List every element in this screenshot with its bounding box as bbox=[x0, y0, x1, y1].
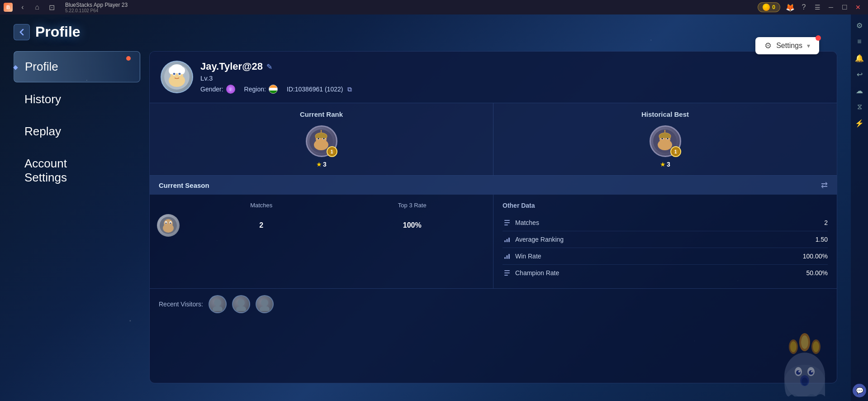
chat-icon[interactable]: 💬 bbox=[853, 384, 866, 397]
sidebar-item-history[interactable]: History bbox=[14, 84, 140, 115]
sidebar-profile-label: Profile bbox=[25, 60, 58, 73]
svg-rect-32 bbox=[504, 222, 510, 223]
svg-rect-41 bbox=[504, 272, 510, 273]
svg-point-58 bbox=[796, 370, 801, 375]
other-data-winrate-label: Win Rate bbox=[503, 252, 541, 261]
other-data-avgranking-label: Average Ranking bbox=[503, 235, 564, 244]
avgranking-icon bbox=[503, 235, 512, 244]
region-item: Region: bbox=[244, 85, 278, 94]
page-title: Profile bbox=[35, 24, 81, 40]
visitor-avatar-2[interactable] bbox=[232, 295, 250, 313]
user-header: Jay.Tyler@28 ✎ Lv.3 Gender: ♀ Region: bbox=[150, 52, 837, 103]
season-top3rate-value: 100% bbox=[339, 221, 486, 229]
layout: Profile History Replay AccountSettings bbox=[14, 51, 837, 383]
season-right: Other Data Matches bbox=[493, 195, 837, 288]
svg-point-52 bbox=[790, 341, 797, 352]
visitors-section: Recent Visitors: bbox=[150, 289, 837, 320]
restore-btn[interactable]: ☐ bbox=[838, 1, 851, 14]
sidebar-item-account-settings[interactable]: AccountSettings bbox=[14, 148, 140, 193]
visitor-avatar-3[interactable] bbox=[256, 295, 274, 313]
level-text: Lv.3 bbox=[200, 74, 826, 82]
svg-point-48 bbox=[260, 306, 270, 311]
user-meta: Gender: ♀ Region: ID:10386961 (1022) ⧉ bbox=[200, 85, 826, 94]
season-section: Current Season ⇄ Matches Top 3 Rate bbox=[150, 176, 837, 289]
main-content: Profile ⚙ Settings ▾ Profile History Rep… bbox=[0, 14, 851, 401]
other-data-champrate-label: Champion Rate bbox=[503, 268, 559, 277]
visitor-avatar-1[interactable] bbox=[209, 295, 227, 313]
coin-display: 0 bbox=[758, 2, 780, 12]
toolbar-icon-7[interactable]: ⚡ bbox=[852, 116, 867, 130]
current-rank-badge: 1 ★ 3 bbox=[159, 125, 484, 168]
current-rank-stars: ★ 3 bbox=[316, 161, 327, 168]
sidebar-replay-label: Replay bbox=[24, 124, 61, 138]
nav-home-btn[interactable]: ⌂ bbox=[31, 1, 43, 14]
svg-rect-40 bbox=[504, 270, 510, 271]
season-switch-icon[interactable]: ⇄ bbox=[821, 180, 828, 190]
username: Jay.Tyler@28 bbox=[200, 61, 263, 72]
toolbar-icon-2[interactable]: ≡ bbox=[852, 34, 867, 49]
avatar-image bbox=[163, 63, 190, 91]
other-data-avgranking-value: 1.50 bbox=[816, 236, 828, 243]
historical-best-badge: 1 ★ 3 bbox=[503, 125, 828, 168]
toolbar-icon-1[interactable]: ⚙ bbox=[852, 18, 867, 33]
svg-rect-37 bbox=[504, 257, 506, 259]
coin-amount: 0 bbox=[772, 4, 775, 10]
region-label: Region: bbox=[244, 86, 266, 93]
copy-id-button[interactable]: ⧉ bbox=[347, 86, 352, 93]
minimize-btn[interactable]: ─ bbox=[825, 1, 837, 14]
visitors-label: Recent Visitors: bbox=[159, 301, 203, 308]
user-id: ID:10386961 (1022) bbox=[287, 86, 343, 93]
svg-point-29 bbox=[166, 223, 167, 224]
window-controls: 🦊 ? ☰ ─ ☐ ✕ bbox=[784, 1, 864, 14]
app-logo: B bbox=[4, 3, 13, 12]
season-body: Matches Top 3 Rate bbox=[150, 195, 837, 288]
sidebar-account-label: AccountSettings bbox=[24, 157, 67, 184]
help-btn[interactable]: ? bbox=[797, 1, 810, 14]
edit-icon[interactable]: ✎ bbox=[266, 62, 272, 71]
sidebar-item-replay[interactable]: Replay bbox=[14, 116, 140, 147]
app-name: BlueStacks App Player 23 bbox=[65, 2, 128, 8]
toolbar-icon-6[interactable]: ⧖ bbox=[852, 100, 867, 114]
user-info: Jay.Tyler@28 ✎ Lv.3 Gender: ♀ Region: bbox=[200, 61, 826, 94]
sidebar-item-profile[interactable]: Profile bbox=[14, 51, 140, 82]
rank-section: Current Rank bbox=[150, 103, 837, 176]
star-icon: ★ bbox=[316, 161, 322, 168]
app-version: 5.22.0.1102 P64 bbox=[65, 8, 128, 13]
other-data-matches-value: 2 bbox=[824, 219, 828, 226]
other-data-matches-label: Matches bbox=[503, 218, 539, 227]
matches-col-header: Matches bbox=[188, 202, 335, 209]
close-btn[interactable]: ✕ bbox=[852, 1, 864, 14]
back-button[interactable] bbox=[14, 24, 30, 40]
season-character-icon bbox=[159, 216, 177, 234]
toolbar-icon-5[interactable]: ☁ bbox=[852, 83, 867, 98]
svg-point-61 bbox=[811, 371, 813, 372]
username-row: Jay.Tyler@28 ✎ bbox=[200, 61, 826, 72]
rank-badge-level: 1 bbox=[327, 146, 337, 157]
svg-point-59 bbox=[809, 370, 813, 375]
coin-icon bbox=[763, 4, 770, 11]
current-rank-title: Current Rank bbox=[159, 110, 484, 118]
svg-point-63 bbox=[802, 377, 808, 386]
toolbar-icon-3[interactable]: 🔔 bbox=[852, 51, 867, 65]
svg-point-46 bbox=[236, 306, 246, 311]
toolbar-icon-4[interactable]: ↩ bbox=[852, 67, 867, 81]
svg-point-44 bbox=[213, 306, 223, 311]
other-data-matches-row: Matches 2 bbox=[503, 215, 828, 231]
nav-bookmark-btn[interactable]: ⊡ bbox=[45, 1, 58, 14]
historical-best-col: Historical Best bbox=[493, 103, 837, 175]
chevron-down-icon: ▾ bbox=[807, 42, 810, 49]
gender-icon: ♀ bbox=[226, 85, 235, 94]
other-data-champrate-row: Champion Rate 50.00% bbox=[503, 265, 828, 281]
other-data-champrate-value: 50.00% bbox=[806, 269, 828, 277]
historical-star-icon: ★ bbox=[660, 161, 666, 168]
hamburger-btn[interactable]: ☰ bbox=[811, 1, 824, 14]
bluestacks-icon[interactable]: 🦊 bbox=[784, 1, 797, 14]
season-char-avatar bbox=[157, 214, 180, 237]
svg-point-8 bbox=[169, 67, 174, 74]
settings-button[interactable]: ⚙ Settings ▾ bbox=[755, 37, 819, 54]
ghost-creature bbox=[778, 333, 832, 387]
nav-back-btn[interactable]: ‹ bbox=[16, 1, 29, 14]
svg-point-9 bbox=[180, 67, 185, 74]
other-data-avgranking-row: Average Ranking 1.50 bbox=[503, 231, 828, 248]
profile-panel: Jay.Tyler@28 ✎ Lv.3 Gender: ♀ Region: bbox=[149, 51, 837, 383]
